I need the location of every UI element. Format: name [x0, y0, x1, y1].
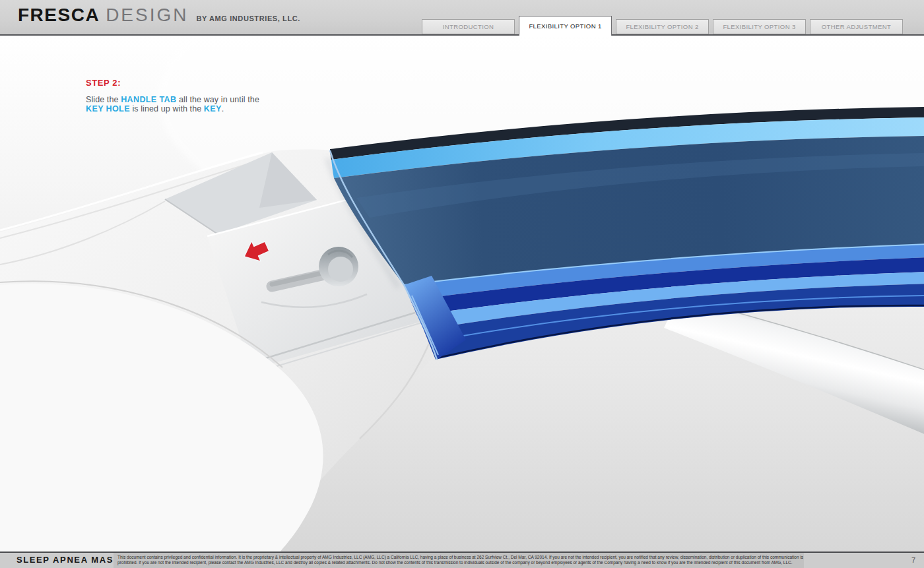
step-label: STEP 2: — [86, 78, 259, 88]
instruction-text: Slide the HANDLE TAB all the way in unti… — [86, 96, 259, 113]
legal-line-2: prohibited. If you are not the intended … — [117, 560, 800, 565]
step-instruction: STEP 2: Slide the HANDLE TAB all the way… — [86, 78, 259, 113]
instruction-line-2: KEY HOLE is lined up with the KEY. — [86, 105, 259, 114]
key-hole-highlight: KEY HOLE — [86, 104, 130, 113]
page-number: 7 — [911, 556, 915, 564]
product-name: SLEEP APNEA MASK — [16, 555, 121, 565]
key-highlight: KEY — [204, 104, 222, 113]
nav-tabs: INTRODUCTION FLEXIBILITY OPTION 1 FLEXIB… — [422, 16, 903, 36]
instruction-line-1: Slide the HANDLE TAB all the way in unti… — [86, 96, 259, 105]
brand-name-bold: FRESCA — [18, 5, 100, 25]
key — [328, 257, 353, 282]
tab-flexibility-option-3[interactable]: FLEXIBILITY OPTION 3 — [713, 19, 806, 34]
handle-tab-highlight: HANDLE TAB — [121, 95, 176, 104]
slide-content: STEP 2: Slide the HANDLE TAB all the way… — [0, 36, 924, 552]
tab-flexibility-option-2[interactable]: FLEXIBILITY OPTION 2 — [616, 19, 709, 34]
legal-line-1: This document contains privileged and co… — [117, 555, 800, 560]
brand-name-light: DESIGN — [106, 5, 188, 25]
header-bar: FRESCA DESIGN BY AMG INDUSTRIES, LLC. IN… — [0, 0, 924, 36]
brand-byline: BY AMG INDUSTRIES, LLC. — [196, 15, 300, 22]
footer-bar: SLEEP APNEA MASK This document contains … — [0, 552, 924, 568]
tab-other-adjustment[interactable]: OTHER ADJUSTMENT — [810, 19, 903, 34]
brand-logo: FRESCA DESIGN BY AMG INDUSTRIES, LLC. — [18, 5, 300, 25]
legal-disclaimer: This document contains privileged and co… — [114, 553, 804, 568]
presentation-page: FRESCA DESIGN BY AMG INDUSTRIES, LLC. IN… — [0, 0, 924, 568]
tab-flexibility-option-1[interactable]: FLEXIBILITY OPTION 1 — [519, 16, 612, 36]
tab-introduction[interactable]: INTRODUCTION — [422, 19, 515, 34]
